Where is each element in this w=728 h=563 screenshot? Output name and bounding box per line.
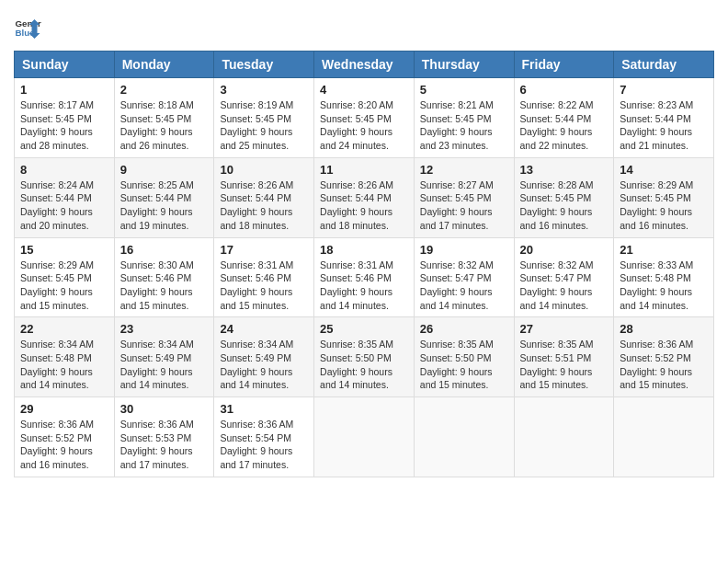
day-info: Sunrise: 8:34 AMSunset: 5:48 PMDaylight:… — [20, 338, 108, 392]
calendar-cell: 24 Sunrise: 8:34 AMSunset: 5:49 PMDaylig… — [214, 317, 314, 397]
day-info: Sunrise: 8:34 AMSunset: 5:49 PMDaylight:… — [120, 338, 209, 392]
day-info: Sunrise: 8:35 AMSunset: 5:50 PMDaylight:… — [320, 338, 408, 392]
calendar-cell: 19 Sunrise: 8:32 AMSunset: 5:47 PMDaylig… — [414, 237, 514, 317]
day-number: 19 — [420, 243, 508, 257]
calendar-cell: 13 Sunrise: 8:28 AMSunset: 5:45 PMDaylig… — [514, 157, 614, 237]
day-number: 4 — [320, 83, 408, 97]
calendar-cell: 4 Sunrise: 8:20 AMSunset: 5:45 PMDayligh… — [314, 78, 415, 158]
day-info: Sunrise: 8:32 AMSunset: 5:47 PMDaylight:… — [520, 259, 609, 313]
day-info: Sunrise: 8:31 AMSunset: 5:46 PMDaylight:… — [220, 259, 308, 313]
day-number: 10 — [220, 163, 308, 177]
calendar-cell: 10 Sunrise: 8:26 AMSunset: 5:44 PMDaylig… — [214, 157, 314, 237]
calendar-cell: 30 Sunrise: 8:36 AMSunset: 5:53 PMDaylig… — [114, 397, 214, 477]
header-thursday: Thursday — [414, 52, 514, 78]
calendar-cell: 22 Sunrise: 8:34 AMSunset: 5:48 PMDaylig… — [15, 317, 115, 397]
day-info: Sunrise: 8:25 AMSunset: 5:44 PMDaylight:… — [120, 178, 209, 233]
day-number: 25 — [320, 322, 408, 336]
day-info: Sunrise: 8:35 AMSunset: 5:51 PMDaylight:… — [520, 338, 609, 392]
day-info: Sunrise: 8:24 AMSunset: 5:44 PMDaylight:… — [20, 178, 108, 233]
calendar-cell: 3 Sunrise: 8:19 AMSunset: 5:45 PMDayligh… — [214, 78, 314, 158]
header-sunday: Sunday — [15, 52, 115, 78]
calendar-week-5: 29 Sunrise: 8:36 AMSunset: 5:52 PMDaylig… — [15, 397, 714, 477]
calendar-cell: 21 Sunrise: 8:33 AMSunset: 5:48 PMDaylig… — [614, 237, 714, 317]
day-number: 6 — [520, 83, 609, 97]
day-number: 20 — [520, 243, 609, 257]
day-number: 27 — [520, 322, 609, 336]
day-number: 24 — [220, 322, 308, 336]
calendar-cell: 6 Sunrise: 8:22 AMSunset: 5:44 PMDayligh… — [514, 78, 614, 158]
logo: General Blue — [14, 14, 45, 41]
day-number: 18 — [320, 243, 408, 257]
day-number: 21 — [620, 243, 708, 257]
day-info: Sunrise: 8:29 AMSunset: 5:45 PMDaylight:… — [620, 178, 708, 233]
day-number: 7 — [620, 83, 708, 97]
day-number: 31 — [220, 402, 308, 416]
header-saturday: Saturday — [614, 52, 714, 78]
day-number: 22 — [20, 322, 108, 336]
calendar-cell: 16 Sunrise: 8:30 AMSunset: 5:46 PMDaylig… — [114, 237, 214, 317]
header-monday: Monday — [114, 52, 214, 78]
day-info: Sunrise: 8:20 AMSunset: 5:45 PMDaylight:… — [320, 98, 408, 153]
day-number: 28 — [620, 322, 708, 336]
day-number: 17 — [220, 243, 308, 257]
calendar-header-row: SundayMondayTuesdayWednesdayThursdayFrid… — [15, 52, 714, 78]
calendar: SundayMondayTuesdayWednesdayThursdayFrid… — [14, 51, 714, 477]
calendar-cell: 27 Sunrise: 8:35 AMSunset: 5:51 PMDaylig… — [514, 317, 614, 397]
day-info: Sunrise: 8:23 AMSunset: 5:44 PMDaylight:… — [620, 98, 708, 153]
day-info: Sunrise: 8:35 AMSunset: 5:50 PMDaylight:… — [420, 338, 508, 392]
calendar-week-4: 22 Sunrise: 8:34 AMSunset: 5:48 PMDaylig… — [15, 317, 714, 397]
day-info: Sunrise: 8:32 AMSunset: 5:47 PMDaylight:… — [420, 259, 508, 313]
calendar-cell: 8 Sunrise: 8:24 AMSunset: 5:44 PMDayligh… — [15, 157, 115, 237]
day-info: Sunrise: 8:21 AMSunset: 5:45 PMDaylight:… — [420, 98, 508, 153]
calendar-cell: 17 Sunrise: 8:31 AMSunset: 5:46 PMDaylig… — [214, 237, 314, 317]
calendar-cell: 31 Sunrise: 8:36 AMSunset: 5:54 PMDaylig… — [214, 397, 314, 477]
day-info: Sunrise: 8:26 AMSunset: 5:44 PMDaylight:… — [320, 178, 408, 233]
calendar-cell — [514, 397, 614, 477]
day-number: 9 — [120, 163, 209, 177]
day-number: 13 — [520, 163, 609, 177]
calendar-cell — [614, 397, 714, 477]
day-number: 2 — [120, 83, 209, 97]
day-info: Sunrise: 8:27 AMSunset: 5:45 PMDaylight:… — [420, 178, 508, 233]
calendar-week-3: 15 Sunrise: 8:29 AMSunset: 5:45 PMDaylig… — [15, 237, 714, 317]
day-number: 3 — [220, 83, 308, 97]
calendar-cell: 7 Sunrise: 8:23 AMSunset: 5:44 PMDayligh… — [614, 78, 714, 158]
calendar-cell: 2 Sunrise: 8:18 AMSunset: 5:45 PMDayligh… — [114, 78, 214, 158]
calendar-cell: 20 Sunrise: 8:32 AMSunset: 5:47 PMDaylig… — [514, 237, 614, 317]
day-info: Sunrise: 8:31 AMSunset: 5:46 PMDaylight:… — [320, 259, 408, 313]
day-info: Sunrise: 8:29 AMSunset: 5:45 PMDaylight:… — [20, 259, 108, 313]
header-wednesday: Wednesday — [314, 52, 415, 78]
day-number: 14 — [620, 163, 708, 177]
day-number: 11 — [320, 163, 408, 177]
calendar-cell — [314, 397, 415, 477]
day-number: 29 — [20, 402, 108, 416]
day-number: 23 — [120, 322, 209, 336]
logo-icon: General Blue — [14, 14, 41, 41]
day-number: 8 — [20, 163, 108, 177]
day-number: 30 — [120, 402, 209, 416]
day-info: Sunrise: 8:34 AMSunset: 5:49 PMDaylight:… — [220, 338, 308, 392]
day-number: 15 — [20, 243, 108, 257]
day-info: Sunrise: 8:19 AMSunset: 5:45 PMDaylight:… — [220, 98, 308, 153]
calendar-cell — [414, 397, 514, 477]
day-info: Sunrise: 8:36 AMSunset: 5:52 PMDaylight:… — [20, 418, 108, 472]
day-info: Sunrise: 8:26 AMSunset: 5:44 PMDaylight:… — [220, 178, 308, 233]
calendar-cell: 12 Sunrise: 8:27 AMSunset: 5:45 PMDaylig… — [414, 157, 514, 237]
day-number: 26 — [420, 322, 508, 336]
day-number: 5 — [420, 83, 508, 97]
day-info: Sunrise: 8:28 AMSunset: 5:45 PMDaylight:… — [520, 178, 609, 233]
day-number: 12 — [420, 163, 508, 177]
day-info: Sunrise: 8:36 AMSunset: 5:54 PMDaylight:… — [220, 418, 308, 472]
day-info: Sunrise: 8:18 AMSunset: 5:45 PMDaylight:… — [120, 98, 209, 153]
day-info: Sunrise: 8:30 AMSunset: 5:46 PMDaylight:… — [120, 259, 209, 313]
day-number: 1 — [20, 83, 108, 97]
calendar-cell: 11 Sunrise: 8:26 AMSunset: 5:44 PMDaylig… — [314, 157, 415, 237]
day-number: 16 — [120, 243, 209, 257]
calendar-cell: 18 Sunrise: 8:31 AMSunset: 5:46 PMDaylig… — [314, 237, 415, 317]
calendar-cell: 29 Sunrise: 8:36 AMSunset: 5:52 PMDaylig… — [15, 397, 115, 477]
calendar-cell: 9 Sunrise: 8:25 AMSunset: 5:44 PMDayligh… — [114, 157, 214, 237]
calendar-week-1: 1 Sunrise: 8:17 AMSunset: 5:45 PMDayligh… — [15, 78, 714, 158]
calendar-cell: 23 Sunrise: 8:34 AMSunset: 5:49 PMDaylig… — [114, 317, 214, 397]
calendar-cell: 15 Sunrise: 8:29 AMSunset: 5:45 PMDaylig… — [15, 237, 115, 317]
day-info: Sunrise: 8:33 AMSunset: 5:48 PMDaylight:… — [620, 259, 708, 313]
